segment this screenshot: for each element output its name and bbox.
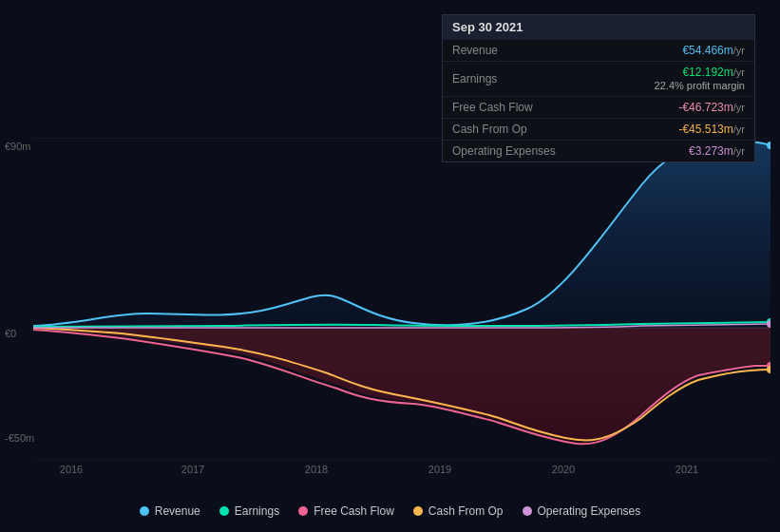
x-label-2017: 2017 bbox=[181, 464, 204, 475]
legend-revenue-label: Revenue bbox=[155, 504, 200, 518]
x-label-2018: 2018 bbox=[305, 464, 328, 475]
legend-cashop-label: Cash From Op bbox=[428, 504, 504, 518]
chart-area bbox=[33, 138, 770, 461]
legend-earnings-dot bbox=[219, 506, 229, 516]
legend-fcf-dot bbox=[298, 506, 308, 516]
chart-svg bbox=[33, 138, 770, 461]
tooltip-box: Sep 30 2021 Revenue €54.466m/yr Earnings… bbox=[442, 14, 755, 162]
tooltip-fcf-value: -€46.723m/yr bbox=[678, 101, 745, 114]
legend-fcf-label: Free Cash Flow bbox=[314, 504, 394, 518]
legend-opex-dot bbox=[523, 506, 532, 516]
legend-earnings-label: Earnings bbox=[235, 504, 279, 518]
tooltip-opex-row: Operating Expenses €3.273m/yr bbox=[443, 140, 754, 162]
tooltip-opex-label: Operating Expenses bbox=[452, 144, 556, 158]
legend-opex-label: Operating Expenses bbox=[538, 504, 641, 518]
chart-container: Sep 30 2021 Revenue €54.466m/yr Earnings… bbox=[0, 0, 780, 532]
tooltip-earnings-label: Earnings bbox=[452, 72, 497, 86]
tooltip-cashop-value: -€45.513m/yr bbox=[678, 123, 745, 136]
tooltip-revenue-label: Revenue bbox=[452, 44, 498, 57]
x-label-2019: 2019 bbox=[428, 464, 451, 475]
x-label-2016: 2016 bbox=[60, 464, 83, 475]
tooltip-fcf-label: Free Cash Flow bbox=[452, 101, 533, 114]
tooltip-header: Sep 30 2021 bbox=[443, 15, 754, 39]
x-label-2021: 2021 bbox=[675, 464, 698, 475]
tooltip-earnings-row: Earnings €12.192m/yr 22.4% profit margin bbox=[443, 61, 754, 96]
tooltip-earnings-value: €12.192m/yr 22.4% profit margin bbox=[655, 66, 745, 92]
y-label-top: €90m bbox=[5, 141, 31, 152]
legend-cashop[interactable]: Cash From Op bbox=[413, 504, 504, 518]
x-label-2020: 2020 bbox=[552, 464, 575, 475]
tooltip-revenue-value: €54.466m/yr bbox=[682, 44, 745, 57]
tooltip-fcf-row: Free Cash Flow -€46.723m/yr bbox=[443, 96, 754, 118]
legend-fcf[interactable]: Free Cash Flow bbox=[298, 504, 394, 518]
tooltip-revenue-row: Revenue €54.466m/yr bbox=[443, 39, 754, 61]
y-label-zero: €0 bbox=[5, 328, 16, 339]
tooltip-cashop-label: Cash From Op bbox=[452, 123, 527, 136]
legend-cashop-dot bbox=[413, 506, 423, 516]
legend-revenue-dot bbox=[140, 506, 149, 516]
legend: Revenue Earnings Free Cash Flow Cash Fro… bbox=[0, 504, 780, 518]
legend-opex[interactable]: Operating Expenses bbox=[523, 504, 641, 518]
tooltip-opex-value: €3.273m/yr bbox=[689, 144, 745, 158]
y-label-bottom: -€50m bbox=[5, 432, 34, 444]
legend-earnings[interactable]: Earnings bbox=[219, 504, 279, 518]
tooltip-cashop-row: Cash From Op -€45.513m/yr bbox=[443, 118, 754, 140]
legend-revenue[interactable]: Revenue bbox=[140, 504, 200, 518]
